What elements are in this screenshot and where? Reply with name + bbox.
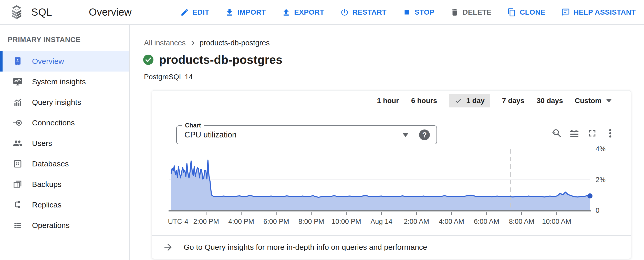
- arrow-forward-icon: [163, 242, 173, 253]
- instance-name: products-db-postgres: [159, 53, 283, 67]
- edit-button[interactable]: EDIT: [180, 8, 209, 17]
- instance-overview-icon: [13, 56, 23, 66]
- help-icon[interactable]: ?: [419, 129, 430, 140]
- chart-toolbar: [551, 128, 616, 139]
- status-ok-icon: [143, 54, 154, 65]
- svg-text:8:00 AM: 8:00 AM: [509, 218, 534, 225]
- page-title: Overview: [89, 6, 132, 18]
- main-content: All instances products-db-postgres produ…: [130, 25, 644, 260]
- app-header: SQL Overview EDIT IMPORT EXPORT RESTART …: [0, 0, 644, 25]
- export-icon: [282, 8, 290, 17]
- sidebar-item-backups[interactable]: Backups: [0, 174, 129, 195]
- backups-icon: [13, 179, 23, 189]
- clone-button[interactable]: CLONE: [507, 8, 545, 17]
- more-options-icon[interactable]: [605, 128, 616, 139]
- import-icon: [225, 8, 234, 17]
- product-logo[interactable]: SQL: [0, 0, 75, 24]
- svg-text:4%: 4%: [596, 145, 606, 153]
- connections-icon: [13, 118, 23, 128]
- svg-text:10:00 AM: 10:00 AM: [542, 218, 571, 225]
- sidebar-item-query-insights[interactable]: Query insights: [0, 92, 129, 113]
- export-button[interactable]: EXPORT: [282, 8, 324, 17]
- svg-text:2:00 AM: 2:00 AM: [404, 218, 429, 225]
- chart-metric-select[interactable]: Chart CPU utilization ?: [176, 125, 437, 144]
- instance-title-row: products-db-postgres: [143, 53, 644, 67]
- query-insights-icon: [13, 97, 23, 107]
- dropdown-arrow-icon: [403, 133, 408, 137]
- stop-square-icon: [402, 8, 411, 17]
- time-range-6-hours[interactable]: 6 hours: [411, 94, 438, 107]
- chat-icon: [561, 8, 570, 17]
- zoom-reset-icon[interactable]: [551, 128, 562, 139]
- restart-button[interactable]: RESTART: [340, 8, 387, 17]
- svg-text:4:00 PM: 4:00 PM: [228, 218, 254, 225]
- time-range-custom[interactable]: Custom: [575, 97, 612, 105]
- svg-text:0: 0: [596, 207, 599, 214]
- sidebar-item-overview[interactable]: Overview: [0, 51, 129, 72]
- time-range-1-day-selected[interactable]: 1 day: [449, 94, 490, 107]
- pencil-icon: [180, 8, 189, 17]
- svg-text:8:00 PM: 8:00 PM: [298, 218, 324, 225]
- svg-text:Aug 14: Aug 14: [370, 218, 392, 225]
- header-actions: EDIT IMPORT EXPORT RESTART STOP DELETE C…: [180, 8, 644, 17]
- fullscreen-icon[interactable]: [587, 128, 598, 139]
- time-range-7-days[interactable]: 7 days: [502, 94, 525, 107]
- time-range-1-hour[interactable]: 1 hour: [377, 94, 400, 107]
- breadcrumb-all-instances[interactable]: All instances: [144, 39, 186, 47]
- breadcrumb: All instances products-db-postgres: [144, 39, 644, 47]
- sidebar: PRIMARY INSTANCE Overview System insight…: [0, 25, 130, 260]
- svg-text:2%: 2%: [596, 176, 606, 184]
- sidebar-item-operations[interactable]: Operations: [0, 215, 129, 236]
- svg-text:6:00 AM: 6:00 AM: [474, 218, 499, 225]
- sidebar-item-connections[interactable]: Connections: [0, 113, 129, 133]
- svg-text:UTC-4: UTC-4: [168, 218, 189, 225]
- sidebar-section-label: PRIMARY INSTANCE: [0, 25, 129, 51]
- stop-button[interactable]: STOP: [402, 8, 434, 17]
- help-assistant-button[interactable]: HELP ASSISTANT: [561, 8, 636, 17]
- trash-icon: [450, 8, 459, 17]
- svg-text:4:00 AM: 4:00 AM: [439, 218, 464, 225]
- import-button[interactable]: IMPORT: [225, 8, 266, 17]
- sidebar-item-users[interactable]: Users: [0, 133, 129, 154]
- power-icon: [340, 8, 349, 17]
- clone-icon: [507, 8, 516, 17]
- sidebar-item-system-insights[interactable]: System insights: [0, 72, 129, 92]
- svg-text:2:00 PM: 2:00 PM: [193, 218, 219, 225]
- databases-icon: [13, 159, 23, 169]
- chevron-right-icon: [189, 39, 196, 47]
- time-range-30-days[interactable]: 30 days: [536, 94, 564, 107]
- system-insights-icon: [13, 77, 23, 87]
- operations-list-icon: [13, 221, 23, 230]
- time-range-selector: 1 hour 6 hours 1 day 7 days 30 days Cust…: [377, 94, 612, 107]
- replicas-icon: [13, 200, 23, 210]
- delete-button[interactable]: DELETE: [450, 8, 492, 17]
- chart-select-label: Chart: [182, 122, 204, 129]
- chart-select-value: CPU utilization: [184, 130, 236, 139]
- sidebar-item-databases[interactable]: Databases: [0, 154, 129, 174]
- instance-engine: PostgreSQL 14: [144, 73, 644, 81]
- query-insights-link-text: Go to Query insights for more in-depth i…: [184, 243, 427, 252]
- svg-text:10:00 PM: 10:00 PM: [331, 218, 361, 225]
- chevron-down-icon: [606, 99, 612, 103]
- sql-database-logo-icon: [9, 4, 24, 20]
- breadcrumb-current: products-db-postgres: [200, 39, 270, 47]
- check-icon: [454, 97, 462, 105]
- sidebar-item-replicas[interactable]: Replicas: [0, 195, 129, 215]
- metrics-card: 1 hour 6 hours 1 day 7 days 30 days Cust…: [152, 90, 631, 259]
- users-icon: [13, 138, 23, 148]
- svg-text:6:00 PM: 6:00 PM: [263, 218, 289, 225]
- product-name: SQL: [31, 6, 52, 18]
- query-insights-link[interactable]: Go to Query insights for more in-depth i…: [152, 235, 631, 259]
- cpu-utilization-chart[interactable]: 2:00 PM4:00 PM6:00 PM8:00 PM10:00 PMAug …: [152, 142, 631, 230]
- area-chart-mode-icon[interactable]: [569, 128, 580, 139]
